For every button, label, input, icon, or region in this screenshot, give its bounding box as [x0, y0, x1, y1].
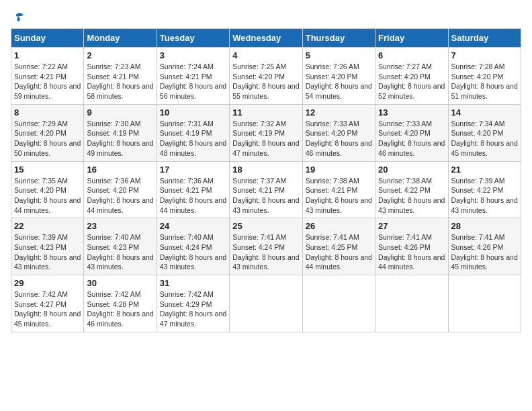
calendar-cell: 19 Sunrise: 7:38 AM Sunset: 4:21 PM Dayl…	[302, 161, 375, 218]
calendar-cell: 3 Sunrise: 7:24 AM Sunset: 4:21 PM Dayli…	[157, 48, 229, 105]
calendar-cell: 24 Sunrise: 7:40 AM Sunset: 4:24 PM Dayl…	[157, 218, 229, 275]
calendar-cell: 23 Sunrise: 7:40 AM Sunset: 4:23 PM Dayl…	[84, 218, 157, 275]
calendar-cell: 29 Sunrise: 7:42 AM Sunset: 4:27 PM Dayl…	[11, 275, 84, 332]
calendar-cell: 1 Sunrise: 7:22 AM Sunset: 4:21 PM Dayli…	[11, 48, 84, 105]
day-info: Sunrise: 7:42 AM Sunset: 4:27 PM Dayligh…	[14, 289, 81, 329]
day-number: 28	[451, 221, 518, 231]
day-number: 23	[87, 221, 153, 231]
calendar-week-row: 22 Sunrise: 7:39 AM Sunset: 4:23 PM Dayl…	[11, 218, 521, 275]
day-number: 17	[160, 165, 226, 175]
calendar-cell: 20 Sunrise: 7:38 AM Sunset: 4:22 PM Dayl…	[375, 161, 448, 218]
day-info: Sunrise: 7:24 AM Sunset: 4:21 PM Dayligh…	[160, 62, 226, 101]
calendar-cell: 14 Sunrise: 7:34 AM Sunset: 4:20 PM Dayl…	[448, 104, 521, 161]
calendar-cell: 28 Sunrise: 7:41 AM Sunset: 4:26 PM Dayl…	[448, 218, 521, 275]
day-info: Sunrise: 7:33 AM Sunset: 4:20 PM Dayligh…	[306, 119, 372, 158]
calendar-cell: 4 Sunrise: 7:25 AM Sunset: 4:20 PM Dayli…	[230, 48, 302, 105]
day-number: 24	[160, 221, 226, 231]
day-number: 7	[451, 50, 518, 60]
calendar-cell: 13 Sunrise: 7:33 AM Sunset: 4:20 PM Dayl…	[375, 104, 448, 161]
calendar-week-row: 8 Sunrise: 7:29 AM Sunset: 4:20 PM Dayli…	[11, 104, 521, 161]
day-number: 2	[87, 50, 153, 60]
calendar-cell: 5 Sunrise: 7:26 AM Sunset: 4:20 PM Dayli…	[302, 48, 375, 105]
calendar-cell: 30 Sunrise: 7:42 AM Sunset: 4:28 PM Dayl…	[84, 275, 157, 332]
day-number: 16	[87, 165, 153, 175]
day-info: Sunrise: 7:34 AM Sunset: 4:20 PM Dayligh…	[451, 119, 518, 158]
day-info: Sunrise: 7:41 AM Sunset: 4:24 PM Dayligh…	[232, 232, 299, 272]
weekday-header: Sunday	[11, 29, 84, 48]
day-number: 18	[232, 165, 299, 175]
calendar-cell: 22 Sunrise: 7:39 AM Sunset: 4:23 PM Dayl…	[11, 218, 84, 275]
weekday-header: Monday	[84, 29, 157, 48]
day-number: 14	[451, 107, 518, 118]
calendar-cell	[375, 275, 448, 332]
day-info: Sunrise: 7:36 AM Sunset: 4:21 PM Dayligh…	[160, 176, 226, 216]
weekday-header: Saturday	[448, 29, 521, 48]
calendar-cell: 7 Sunrise: 7:28 AM Sunset: 4:20 PM Dayli…	[448, 48, 521, 105]
day-number: 1	[14, 50, 81, 60]
day-info: Sunrise: 7:38 AM Sunset: 4:22 PM Dayligh…	[378, 176, 445, 216]
day-info: Sunrise: 7:26 AM Sunset: 4:20 PM Dayligh…	[306, 62, 372, 101]
day-number: 11	[232, 107, 299, 118]
day-info: Sunrise: 7:41 AM Sunset: 4:25 PM Dayligh…	[306, 232, 372, 272]
logo	[11, 11, 26, 21]
calendar-cell: 21 Sunrise: 7:39 AM Sunset: 4:22 PM Dayl…	[448, 161, 521, 218]
day-info: Sunrise: 7:27 AM Sunset: 4:20 PM Dayligh…	[378, 62, 445, 101]
day-number: 25	[232, 221, 299, 231]
calendar-cell: 2 Sunrise: 7:23 AM Sunset: 4:21 PM Dayli…	[84, 48, 157, 105]
day-number: 19	[306, 165, 372, 175]
day-info: Sunrise: 7:41 AM Sunset: 4:26 PM Dayligh…	[451, 232, 518, 272]
day-info: Sunrise: 7:25 AM Sunset: 4:20 PM Dayligh…	[232, 62, 299, 101]
day-info: Sunrise: 7:31 AM Sunset: 4:19 PM Dayligh…	[160, 119, 226, 158]
day-info: Sunrise: 7:37 AM Sunset: 4:21 PM Dayligh…	[232, 176, 299, 216]
day-info: Sunrise: 7:23 AM Sunset: 4:21 PM Dayligh…	[87, 62, 153, 101]
calendar-cell: 15 Sunrise: 7:35 AM Sunset: 4:20 PM Dayl…	[11, 161, 84, 218]
day-number: 13	[378, 107, 445, 118]
day-number: 6	[378, 50, 445, 60]
day-number: 21	[451, 165, 518, 175]
day-info: Sunrise: 7:42 AM Sunset: 4:28 PM Dayligh…	[87, 289, 153, 329]
day-info: Sunrise: 7:40 AM Sunset: 4:24 PM Dayligh…	[160, 232, 226, 272]
calendar-cell: 17 Sunrise: 7:36 AM Sunset: 4:21 PM Dayl…	[157, 161, 229, 218]
day-info: Sunrise: 7:30 AM Sunset: 4:19 PM Dayligh…	[87, 119, 153, 158]
calendar-header-row: SundayMondayTuesdayWednesdayThursdayFrid…	[11, 29, 521, 48]
weekday-header: Friday	[375, 29, 448, 48]
day-number: 27	[378, 221, 445, 231]
calendar-cell: 9 Sunrise: 7:30 AM Sunset: 4:19 PM Dayli…	[84, 104, 157, 161]
day-number: 9	[87, 107, 153, 118]
day-number: 8	[14, 107, 81, 118]
weekday-header: Wednesday	[230, 29, 302, 48]
day-number: 4	[232, 50, 299, 60]
day-number: 20	[378, 165, 445, 175]
day-number: 10	[160, 107, 226, 118]
calendar-cell	[230, 275, 302, 332]
day-info: Sunrise: 7:22 AM Sunset: 4:21 PM Dayligh…	[14, 62, 81, 101]
calendar-cell: 6 Sunrise: 7:27 AM Sunset: 4:20 PM Dayli…	[375, 48, 448, 105]
calendar-cell	[302, 275, 375, 332]
calendar-week-row: 1 Sunrise: 7:22 AM Sunset: 4:21 PM Dayli…	[11, 48, 521, 105]
day-number: 3	[160, 50, 226, 60]
calendar-cell: 8 Sunrise: 7:29 AM Sunset: 4:20 PM Dayli…	[11, 104, 84, 161]
calendar-cell: 16 Sunrise: 7:36 AM Sunset: 4:20 PM Dayl…	[84, 161, 157, 218]
day-number: 15	[14, 165, 81, 175]
calendar-cell: 10 Sunrise: 7:31 AM Sunset: 4:19 PM Dayl…	[157, 104, 229, 161]
calendar-cell: 25 Sunrise: 7:41 AM Sunset: 4:24 PM Dayl…	[230, 218, 302, 275]
day-number: 29	[14, 278, 81, 288]
page-header	[11, 11, 521, 21]
calendar-cell: 27 Sunrise: 7:41 AM Sunset: 4:26 PM Dayl…	[375, 218, 448, 275]
day-info: Sunrise: 7:40 AM Sunset: 4:23 PM Dayligh…	[87, 232, 153, 272]
day-info: Sunrise: 7:42 AM Sunset: 4:29 PM Dayligh…	[160, 289, 226, 329]
logo-bird-icon	[12, 11, 26, 24]
day-info: Sunrise: 7:29 AM Sunset: 4:20 PM Dayligh…	[14, 119, 81, 158]
day-number: 12	[306, 107, 372, 118]
day-number: 22	[14, 221, 81, 231]
day-info: Sunrise: 7:32 AM Sunset: 4:19 PM Dayligh…	[232, 119, 299, 158]
calendar-week-row: 29 Sunrise: 7:42 AM Sunset: 4:27 PM Dayl…	[11, 275, 521, 332]
day-info: Sunrise: 7:35 AM Sunset: 4:20 PM Dayligh…	[14, 176, 81, 216]
calendar-cell: 31 Sunrise: 7:42 AM Sunset: 4:29 PM Dayl…	[157, 275, 229, 332]
day-number: 5	[306, 50, 372, 60]
day-info: Sunrise: 7:39 AM Sunset: 4:22 PM Dayligh…	[451, 176, 518, 216]
day-info: Sunrise: 7:28 AM Sunset: 4:20 PM Dayligh…	[451, 62, 518, 101]
day-number: 31	[160, 278, 226, 288]
day-info: Sunrise: 7:36 AM Sunset: 4:20 PM Dayligh…	[87, 176, 153, 216]
weekday-header: Tuesday	[157, 29, 229, 48]
